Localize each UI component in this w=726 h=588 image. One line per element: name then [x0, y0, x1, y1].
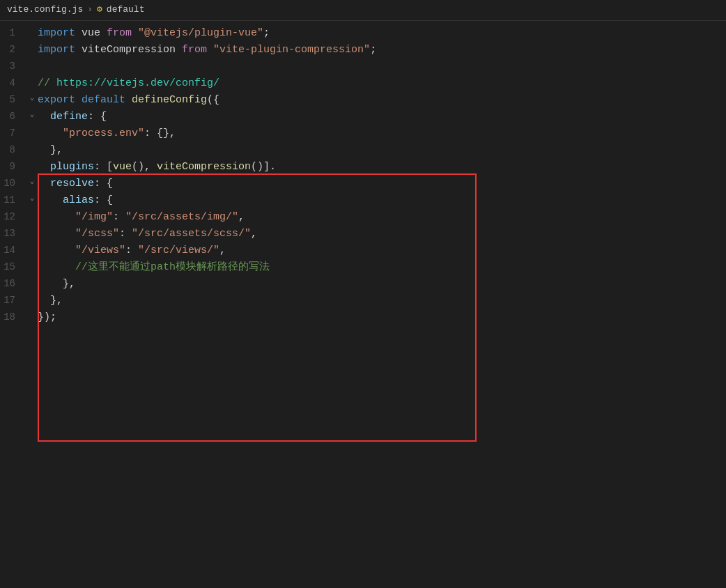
fold-arrow[interactable]: ⌄ — [26, 109, 38, 121]
code-content — [38, 59, 726, 75]
line-number: 2 — [0, 42, 26, 57]
code-content: //这里不能通过path模块解析路径的写法 — [38, 259, 726, 276]
breadcrumb-file: vite.config.js — [7, 3, 83, 17]
fold-arrow[interactable]: ⌄ — [26, 192, 38, 205]
code-line: 14 ​ "/views": "/src/views/", — [0, 242, 726, 259]
line-number: 7 — [0, 125, 26, 141]
code-line: 9 ​ plugins: [vue(), viteCompression()]. — [0, 159, 726, 176]
line-number: 14 — [0, 242, 26, 258]
code-line: 16 ​ }, — [0, 276, 726, 293]
code-line: 2 ​ import viteCompression from "vite-pl… — [0, 42, 726, 59]
code-line: 17 ​ }, — [0, 293, 726, 309]
code-line: 1 ​ import vue from "@vitejs/plugin-vue"… — [0, 25, 726, 42]
code-line: 8 ​ }, — [0, 142, 726, 159]
line-number: 8 — [0, 142, 26, 157]
code-line: 4 ​ // https://vitejs.dev/config/ — [0, 75, 726, 92]
line-number: 3 — [0, 59, 26, 74]
line-number: 9 — [0, 159, 26, 174]
code-content: "/views": "/src/views/", — [38, 242, 726, 259]
code-content: }, — [38, 293, 726, 309]
code-content: }, — [38, 142, 726, 159]
code-content: alias: { — [38, 192, 726, 209]
breadcrumb-separator: › — [87, 3, 93, 17]
line-number: 1 — [0, 25, 26, 40]
line-number: 6 — [0, 109, 26, 124]
breadcrumb-icon: ⚙ — [97, 3, 102, 17]
code-content: }); — [38, 309, 726, 326]
code-content: export default defineConfig({ — [38, 92, 726, 109]
fold-arrow[interactable]: ⌄ — [26, 176, 38, 188]
line-number: 17 — [0, 293, 26, 308]
code-line: 7 ​ "process.env": {}, — [0, 125, 726, 142]
code-content: plugins: [vue(), viteCompression()]. — [38, 159, 726, 176]
code-content: "/scss": "/src/assets/scss/", — [38, 226, 726, 242]
breadcrumb-bar: vite.config.js › ⚙ default — [0, 0, 726, 21]
line-number: 10 — [0, 176, 26, 191]
code-content: import viteCompression from "vite-plugin… — [38, 42, 726, 59]
code-line: 13 ​ "/scss": "/src/assets/scss/", — [0, 226, 726, 242]
line-number: 11 — [0, 192, 26, 208]
fold-arrow[interactable]: ⌄ — [26, 92, 38, 105]
code-line: 12 ​ "/img": "/src/assets/img/", — [0, 209, 726, 226]
code-content: // https://vitejs.dev/config/ — [38, 75, 726, 92]
line-number: 16 — [0, 276, 26, 291]
code-line: 6 ⌄ define: { — [0, 109, 726, 125]
code-content: resolve: { — [38, 176, 726, 192]
code-line: 5 ⌄ export default defineConfig({ — [0, 92, 726, 109]
line-number: 5 — [0, 92, 26, 107]
line-number: 13 — [0, 226, 26, 241]
code-content: }, — [38, 276, 726, 293]
line-number: 18 — [0, 309, 26, 325]
code-content: define: { — [38, 109, 726, 125]
code-line: 3 ​ — [0, 59, 726, 75]
code-content: import vue from "@vitejs/plugin-vue"; — [38, 25, 726, 42]
code-line: 15 ​ //这里不能通过path模块解析路径的写法 — [0, 259, 726, 276]
code-content: "/img": "/src/assets/img/", — [38, 209, 726, 226]
code-line: 10 ⌄ resolve: { — [0, 176, 726, 192]
line-number: 15 — [0, 259, 26, 274]
line-number: 12 — [0, 209, 26, 224]
code-line: 11 ⌄ alias: { — [0, 192, 726, 209]
code-line: 18 ​ }); — [0, 309, 726, 326]
code-content: "process.env": {}, — [38, 125, 726, 142]
line-number: 4 — [0, 75, 26, 91]
breadcrumb-symbol: default — [107, 3, 145, 17]
code-container: 1 ​ import vue from "@vitejs/plugin-vue"… — [0, 21, 726, 330]
